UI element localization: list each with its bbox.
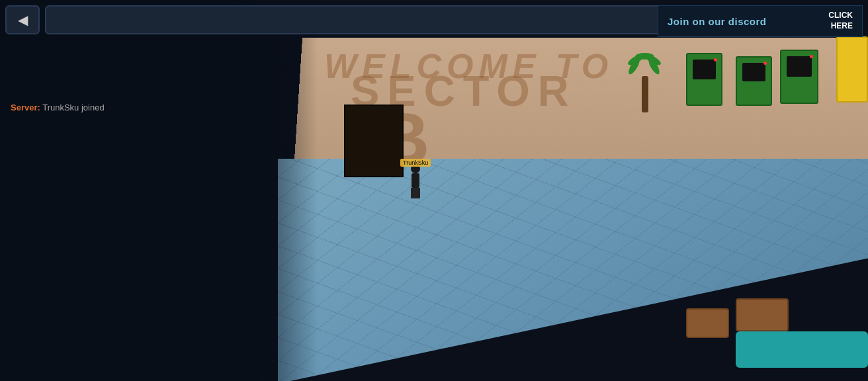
terminal-light bbox=[714, 58, 717, 62]
slot-machine-2[interactable] bbox=[736, 56, 772, 106]
slot-machine-1[interactable] bbox=[686, 53, 722, 106]
furniture-chair-1 bbox=[736, 298, 789, 331]
palm-tree bbox=[630, 53, 660, 112]
game-world: WELCOME TO SECTOR B TrunkSku bbox=[0, 0, 868, 381]
server-message-text: TrunkSku joined bbox=[40, 103, 105, 112]
player-body bbox=[412, 173, 419, 188]
dark-overlay-left bbox=[0, 0, 318, 381]
slot-machine-3[interactable] bbox=[780, 50, 818, 104]
server-message: Server: TrunkSku joined bbox=[11, 103, 105, 112]
yellow-cabinet bbox=[836, 36, 868, 103]
terminal-light bbox=[763, 62, 767, 65]
palm-leaves bbox=[630, 53, 660, 79]
palm-trunk bbox=[642, 76, 648, 112]
discord-join-text: Join on our discord bbox=[668, 16, 767, 27]
server-label: Server: bbox=[11, 103, 40, 112]
player-nametag: TrunkSku bbox=[400, 159, 431, 167]
terminal-light bbox=[810, 55, 813, 58]
teal-mat bbox=[736, 331, 868, 368]
player-character bbox=[409, 164, 422, 200]
discord-banner[interactable]: Join on our discord CLICKHERE bbox=[658, 5, 863, 37]
discord-click-here: CLICKHERE bbox=[828, 11, 853, 31]
furniture-chair-2 bbox=[686, 308, 729, 338]
back-button[interactable]: ◀ bbox=[5, 5, 40, 34]
player-legs bbox=[411, 188, 420, 198]
door bbox=[344, 105, 404, 177]
